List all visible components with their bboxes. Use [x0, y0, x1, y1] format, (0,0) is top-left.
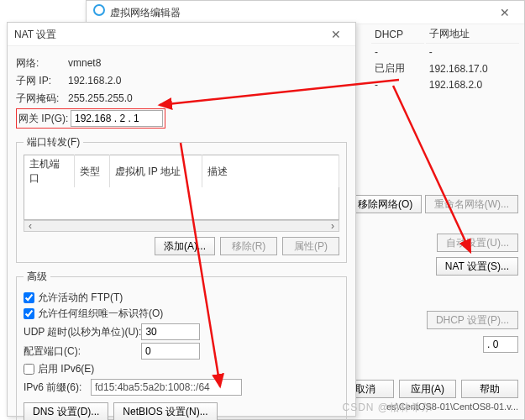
- config-port-label: 配置端口(C):: [24, 344, 141, 359]
- port-forward-legend: 端口转发(F): [24, 135, 83, 150]
- table-row: --: [371, 45, 519, 59]
- subnet-mask-label: 子网掩码:: [16, 91, 68, 106]
- close-icon[interactable]: ✕: [323, 23, 349, 46]
- allow-any-oui-checkbox[interactable]: [24, 308, 34, 319]
- editor-network-table: DHCP 子网地址 -- 已启用192.168.17.0 -192.168.2.…: [370, 24, 521, 93]
- watermark: CSDN @柏林希尔: [342, 401, 433, 415]
- subnet-suffix-input[interactable]: [483, 336, 518, 353]
- auto-settings-button[interactable]: 自动设置(U)...: [437, 234, 518, 252]
- rename-network-button[interactable]: 重命名网络(W)...: [425, 195, 518, 213]
- network-value: vmnet8: [68, 55, 101, 71]
- remove-network-button[interactable]: 移除网络(O): [349, 195, 422, 213]
- editor-help-button[interactable]: 帮助: [461, 380, 518, 398]
- col-subnet: 子网地址: [426, 25, 519, 44]
- add-button[interactable]: 添加(A)...: [155, 237, 215, 255]
- subnet-ip-label: 子网 IP:: [16, 73, 68, 88]
- col-vm-ip: 虚拟机 IP 地址: [110, 155, 202, 188]
- advanced-legend: 高级: [24, 270, 50, 284]
- udp-timeout-input[interactable]: [141, 323, 200, 340]
- allow-active-ftp-checkbox[interactable]: [24, 292, 34, 303]
- udp-timeout-label: UDP 超时(以秒为单位)(U):: [24, 324, 141, 339]
- remove-button[interactable]: 移除(R): [220, 237, 277, 255]
- editor-titlebar: 虚拟网络编辑器 ✕: [87, 1, 524, 24]
- table-row: 已启用192.168.17.0: [371, 60, 519, 76]
- allow-any-oui-label: 允许任何组织唯一标识符(O): [38, 307, 163, 321]
- gateway-ip-input[interactable]: [71, 110, 163, 127]
- port-forward-table: 主机端口 类型 虚拟机 IP 地址 描述: [24, 155, 339, 220]
- nat-title: NAT 设置: [14, 23, 56, 46]
- col-dhcp: DHCP: [371, 25, 424, 44]
- enable-ipv6-label: 启用 IPv6(E): [38, 362, 94, 376]
- properties-button[interactable]: 属性(P): [282, 237, 339, 255]
- nat-settings-dialog: NAT 设置 ✕ 网络:vmnet8 子网 IP:192.168.2.0 子网掩…: [7, 22, 356, 417]
- nat-titlebar: NAT 设置 ✕: [8, 23, 355, 46]
- subnet-mask-value: 255.255.255.0: [68, 91, 133, 106]
- app-icon: [93, 4, 105, 16]
- close-icon[interactable]: ✕: [492, 1, 517, 24]
- advanced-group: 高级 允许活动的 FTP(T) 允许任何组织唯一标识符(O) UDP 超时(以秒…: [16, 270, 347, 421]
- subnet-ip-value: 192.168.2.0: [68, 73, 121, 88]
- horizontal-scrollbar[interactable]: ‹›: [24, 220, 339, 232]
- port-forward-group: 端口转发(F) 主机端口 类型 虚拟机 IP 地址 描述 ‹› 添加(A)...…: [16, 135, 347, 263]
- nat-settings-button[interactable]: NAT 设置(S)...: [436, 257, 518, 276]
- config-port-input[interactable]: [141, 343, 200, 360]
- editor-apply-button[interactable]: 应用(A): [399, 380, 456, 398]
- col-desc: 描述: [202, 155, 339, 188]
- gateway-ip-label: 网关 IP(G):: [18, 111, 71, 126]
- netbios-settings-button[interactable]: NetBIOS 设置(N)...: [113, 402, 217, 421]
- dhcp-settings-button[interactable]: DHCP 设置(P)...: [427, 311, 518, 329]
- allow-active-ftp-label: 允许活动的 FTP(T): [38, 291, 123, 305]
- enable-ipv6-checkbox[interactable]: [24, 364, 34, 375]
- dns-settings-button[interactable]: DNS 设置(D)...: [24, 402, 108, 421]
- network-label: 网络:: [16, 55, 68, 71]
- ipv6-prefix-label: IPv6 前缀(6):: [24, 380, 91, 395]
- editor-title: 虚拟网络编辑器: [110, 7, 181, 18]
- ipv6-prefix-input[interactable]: [91, 379, 242, 396]
- col-type: 类型: [75, 155, 110, 188]
- table-row: -192.168.2.0: [371, 78, 519, 92]
- col-host-port: 主机端口: [24, 155, 75, 188]
